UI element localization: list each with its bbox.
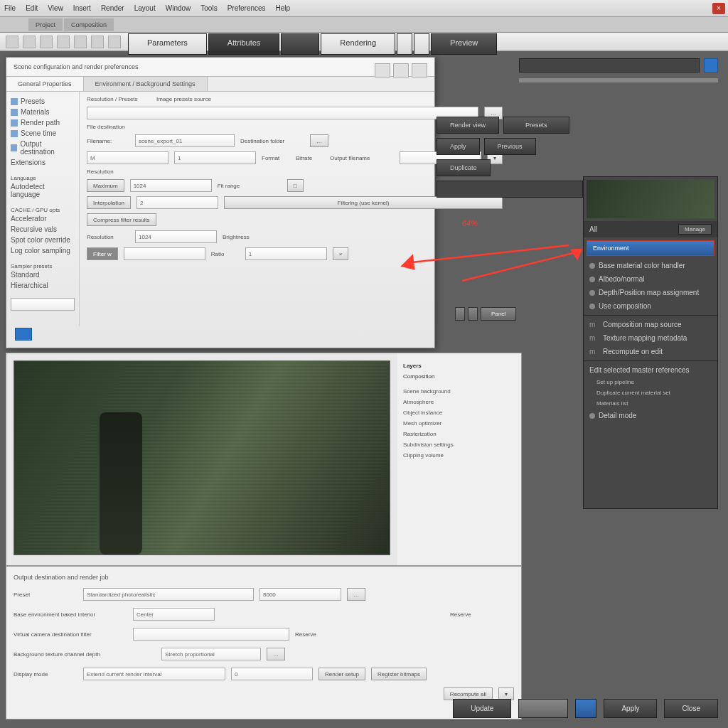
- panel-item[interactable]: Depth/Position map assignment: [584, 286, 717, 299]
- doc-tab-project[interactable]: Project: [28, 18, 63, 31]
- input-res3[interactable]: [135, 230, 217, 243]
- interp-button[interactable]: Interpolation: [87, 196, 131, 209]
- previous-button[interactable]: Previous: [484, 138, 536, 155]
- attach-confirm-button[interactable]: [704, 58, 718, 73]
- dialog-ok-button[interactable]: [15, 328, 32, 341]
- input-preset[interactable]: [83, 588, 254, 601]
- max-button[interactable]: Maximum: [87, 179, 124, 192]
- subtab-environment[interactable]: Environment / Background Settings: [84, 77, 208, 91]
- nav-search-input[interactable]: [11, 298, 75, 311]
- apply-button[interactable]: Apply: [437, 138, 480, 155]
- nav-extensions[interactable]: Extensions: [11, 157, 75, 168]
- dialog-max-icon[interactable]: [393, 63, 409, 77]
- tab-blank1[interactable]: [281, 33, 319, 55]
- bgtex-button[interactable]: …: [267, 648, 285, 660]
- panel-subitem[interactable]: Set up pipeline: [584, 377, 717, 387]
- input-max[interactable]: [130, 179, 212, 192]
- footer-blank1-button[interactable]: [518, 699, 568, 718]
- manage-button[interactable]: Manage: [678, 224, 712, 235]
- nav-standard[interactable]: Standard: [11, 269, 75, 280]
- nav-accel[interactable]: Accelerator: [11, 213, 75, 224]
- menu-window[interactable]: Window: [166, 4, 191, 12]
- attach-input[interactable]: [519, 58, 700, 73]
- input-filter-w[interactable]: [124, 247, 205, 260]
- input-preset-num[interactable]: [259, 588, 341, 601]
- footer-blank2-button[interactable]: [575, 699, 596, 718]
- menu-insert[interactable]: Insert: [73, 4, 91, 12]
- nav-presets[interactable]: Presets: [11, 96, 75, 107]
- nav-hier[interactable]: Hierarchical: [11, 280, 75, 291]
- nav-render-path[interactable]: Render path: [11, 117, 75, 128]
- list-item[interactable]: Atmosphere: [403, 397, 515, 407]
- nav-spot[interactable]: Spot color override: [11, 235, 75, 245]
- list-item[interactable]: Mesh optimizer: [403, 418, 515, 429]
- nav-output[interactable]: Output destination: [11, 139, 75, 157]
- input-resolution[interactable]: [87, 107, 478, 119]
- mid-tool-icon[interactable]: [468, 307, 478, 321]
- panel-subitem[interactable]: Duplicate current material set: [584, 387, 717, 398]
- tab-blank3[interactable]: [414, 33, 429, 55]
- input-interp[interactable]: [136, 196, 218, 209]
- folder-browse-button[interactable]: …: [310, 134, 328, 147]
- input-bgtex[interactable]: [161, 648, 261, 660]
- footer-update-button[interactable]: Update: [453, 699, 511, 718]
- menu-prefs[interactable]: Preferences: [228, 4, 266, 12]
- list-item[interactable]: Rasterization: [403, 429, 515, 439]
- filter-kernel-button[interactable]: Filtering (use kernel): [224, 196, 503, 209]
- panel-item[interactable]: Albedo/normal: [584, 272, 717, 286]
- panel-item[interactable]: mComposition map source: [584, 318, 717, 331]
- panel-item[interactable]: mTexture mapping metadata: [584, 331, 717, 345]
- menu-file[interactable]: File: [4, 4, 16, 12]
- menu-edit[interactable]: Edit: [26, 4, 38, 12]
- tab-blank2[interactable]: [397, 33, 412, 55]
- panel-item[interactable]: Base material color handler: [584, 259, 717, 272]
- list-item[interactable]: Clipping volume: [403, 450, 515, 461]
- nav-log[interactable]: Log color sampling: [11, 245, 75, 256]
- menu-layout[interactable]: Layout: [134, 4, 156, 12]
- panel-item[interactable]: mRecompute on edit: [584, 345, 717, 358]
- nav-materials[interactable]: Materials: [11, 107, 75, 117]
- input-display[interactable]: [83, 668, 225, 680]
- mid-tool-panel[interactable]: Panel: [481, 307, 516, 321]
- input-filename[interactable]: [135, 134, 235, 147]
- tab-attributes[interactable]: Attributes: [208, 33, 279, 55]
- panel-item[interactable]: Detail mode: [584, 409, 717, 422]
- tab-preview[interactable]: Preview: [431, 33, 497, 55]
- input-m[interactable]: [87, 151, 168, 164]
- ratio-close-button[interactable]: ×: [333, 247, 349, 260]
- menu-view[interactable]: View: [48, 4, 63, 12]
- menu-tools[interactable]: Tools: [200, 4, 217, 12]
- dialog-close-icon[interactable]: [412, 63, 427, 77]
- register-bitmaps-button[interactable]: Register bitmaps: [371, 668, 427, 680]
- presets-button[interactable]: Presets: [503, 117, 569, 134]
- footer-close-button[interactable]: Close: [664, 699, 718, 718]
- right-mid-input[interactable]: [437, 181, 583, 198]
- doc-tab-composition[interactable]: Composition: [64, 18, 114, 31]
- panel-item[interactable]: Edit selected master references: [584, 363, 717, 377]
- window-close-button[interactable]: ×: [712, 3, 725, 14]
- footer-apply-button[interactable]: Apply: [604, 699, 657, 718]
- render-setup-button[interactable]: Render setup: [318, 668, 365, 680]
- preset-browse-button[interactable]: …: [347, 588, 365, 601]
- panel-item[interactable]: Use composition: [584, 299, 717, 313]
- input-m-val[interactable]: [174, 151, 256, 164]
- input-ratio[interactable]: [245, 247, 327, 260]
- nav-recursive[interactable]: Recursive vals: [11, 224, 75, 235]
- tab-rendering[interactable]: Rendering: [321, 33, 395, 55]
- nav-autodetect[interactable]: Autodetect language: [11, 181, 75, 200]
- zoom-slider[interactable]: [519, 78, 718, 82]
- subtab-general[interactable]: General Properties: [6, 77, 84, 91]
- menu-help[interactable]: Help: [276, 4, 291, 12]
- panel-selected-item[interactable]: Environment: [587, 240, 714, 256]
- input-base-env[interactable]: [133, 608, 215, 621]
- fit-button[interactable]: □: [287, 179, 304, 192]
- duplicate-button[interactable]: Duplicate: [437, 159, 491, 176]
- list-item[interactable]: Subdivision settings: [403, 439, 515, 450]
- nav-scene-time[interactable]: Scene time: [11, 128, 75, 139]
- render-view-button[interactable]: Render view: [437, 117, 499, 134]
- dialog-min-icon[interactable]: [375, 63, 390, 77]
- list-item[interactable]: Scene background: [403, 386, 515, 397]
- panel-subitem[interactable]: Materials list: [584, 398, 717, 409]
- filter-w-button[interactable]: Filter w: [87, 247, 118, 260]
- compress-button[interactable]: Compress filter results: [87, 213, 156, 226]
